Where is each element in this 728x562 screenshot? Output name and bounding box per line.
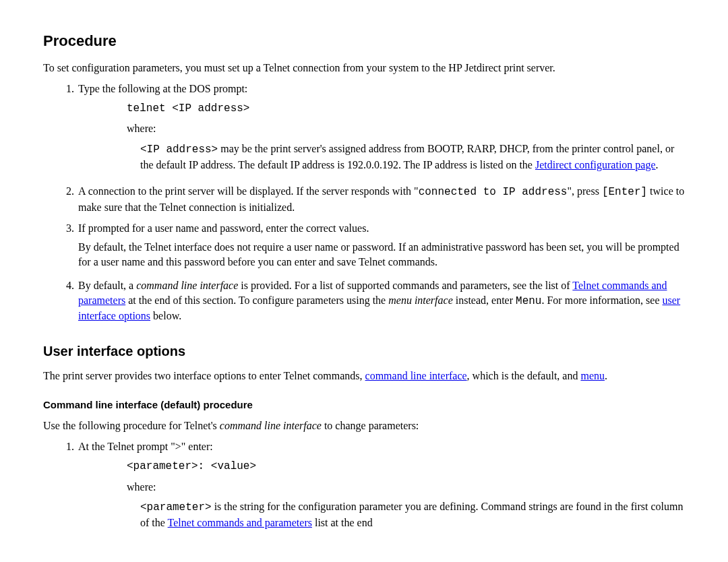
uio-intro: The print server provides two interface …	[43, 369, 685, 383]
step-1-period: .	[656, 159, 659, 170]
step-3-b: By default, the Telnet interface does no…	[78, 240, 685, 269]
step-4-a: By default, a	[78, 280, 136, 291]
step-4-code: Menu	[516, 295, 541, 307]
heading-cli-procedure: Command line interface (default) procedu…	[43, 398, 685, 412]
step-number: 3.	[59, 221, 78, 274]
step-4-c: at the end of this section. To configure…	[125, 294, 388, 306]
step-2-a: A connection to the print server will be…	[78, 185, 419, 197]
cli-intro-b: to change parameters:	[322, 420, 419, 431]
step-4-i2: menu interface	[388, 294, 453, 306]
step-2-code2: [Enter]	[602, 186, 647, 198]
cli-step-1-where: where:	[127, 480, 685, 495]
step-1: 1. Type the following at the DOS prompt:…	[59, 82, 685, 177]
procedure-intro: To set configuration parameters, you mus…	[43, 61, 685, 75]
heading-user-interface-options: User interface options	[43, 342, 685, 361]
step-4-d: instead, enter	[453, 294, 516, 306]
step-4-b: is provided. For a list of supported com…	[238, 280, 572, 291]
cli-intro-i: command line interface	[220, 420, 322, 431]
cli-step-1: 1. At the Telnet prompt ">" enter: <para…	[59, 439, 685, 535]
uio-intro-c: .	[605, 370, 607, 381]
step-3-a: If prompted for a user name and password…	[78, 221, 685, 236]
step-1-code: telnet <IP address>	[127, 102, 249, 115]
step-2-code1: connected to IP address	[419, 186, 568, 198]
step-4: 4. By default, a command line interface …	[59, 278, 685, 323]
step-4-f: below.	[150, 310, 181, 321]
cli-intro: Use the following procedure for Telnet's…	[43, 418, 685, 433]
link-cli[interactable]: command line interface	[365, 370, 467, 381]
step-number: 1.	[59, 82, 78, 177]
step-number: 2.	[59, 184, 78, 214]
step-number: 1.	[59, 439, 78, 535]
step-4-e: . For more information, see	[541, 294, 662, 306]
step-4-i1: command line interface	[136, 280, 238, 291]
step-3: 3. If prompted for a user name and passw…	[59, 221, 685, 274]
step-1-text: Type the following at the DOS prompt:	[78, 82, 685, 96]
link-telnet-commands-2[interactable]: Telnet commands and parameters	[168, 517, 312, 528]
uio-intro-a: The print server provides two interface …	[43, 370, 365, 381]
heading-procedure: Procedure	[43, 31, 685, 51]
step-2-b: ", press	[567, 185, 601, 197]
cli-intro-a: Use the following procedure for Telnet's	[43, 420, 220, 431]
step-1-where: where:	[127, 121, 685, 136]
cli-step-1-text: At the Telnet prompt ">" enter:	[78, 439, 685, 454]
cli-detail-b: list at the end	[312, 517, 373, 528]
cli-step-1-code: <parameter>: <value>	[127, 460, 256, 472]
link-menu[interactable]: menu	[580, 370, 605, 381]
step-1-ip-code: <IP address>	[140, 144, 218, 156]
step-number: 4.	[59, 278, 78, 323]
step-2: 2. A connection to the print server will…	[59, 184, 685, 214]
link-jetdirect-config[interactable]: Jetdirect configuration page	[535, 159, 656, 170]
uio-intro-b: , which is the default, and	[467, 370, 581, 381]
cli-detail-code: <parameter>	[140, 501, 212, 513]
